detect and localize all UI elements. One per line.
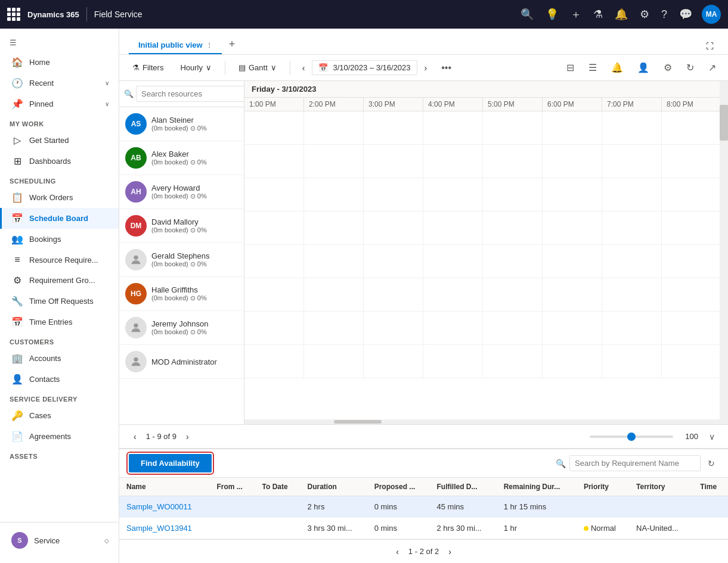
gantt-cell[interactable] [423, 245, 483, 278]
view-selector[interactable]: Hourly ∨ [174, 60, 218, 75]
gantt-cell[interactable] [543, 345, 602, 378]
gantt-cell[interactable] [244, 345, 304, 378]
sidebar-item-timeoffrequests[interactable]: 🔧 Time Off Requests [0, 291, 119, 312]
gantt-cell[interactable] [304, 245, 364, 278]
resource-item[interactable]: AB Alex Baker (0m booked) ⊙ 0% [119, 141, 244, 175]
tab-add-button[interactable]: + [224, 35, 240, 54]
gantt-cell[interactable] [423, 312, 483, 344]
filter-icon[interactable]: ⚗ [591, 5, 605, 23]
gantt-cell[interactable] [662, 178, 721, 211]
more-options-button[interactable]: ••• [436, 60, 456, 76]
bell-icon[interactable]: 🔔 [612, 5, 630, 23]
sidebar-item-service[interactable]: S Service ◇ [0, 527, 119, 553]
gantt-cell[interactable] [483, 278, 543, 311]
gantt-cell[interactable] [304, 312, 364, 344]
req-link[interactable]: Sample_WO00011 [126, 502, 192, 511]
table-header-cell[interactable]: Remaining Dur... [497, 478, 577, 496]
sidebar-item-timeentries[interactable]: 📅 Time Entries [0, 312, 119, 332]
table-header-cell[interactable]: To Date [255, 478, 301, 496]
sidebar-toggle[interactable]: ☰ [0, 33, 119, 52]
find-availability-button[interactable]: Find Availability [129, 454, 212, 472]
table-header-cell[interactable]: Duration [301, 478, 367, 496]
gantt-cell[interactable] [364, 278, 423, 311]
table-header-cell[interactable]: Territory [629, 478, 693, 496]
user-avatar[interactable]: MA [702, 5, 721, 24]
table-header-cell[interactable]: From ... [209, 478, 255, 496]
expand-panel-button[interactable]: ∨ [705, 430, 718, 444]
resource-item[interactable]: HG Halle Griffiths (0m booked) ⊙ 0% [119, 277, 244, 311]
gantt-cell[interactable] [602, 178, 662, 211]
table-header-cell[interactable]: Time [693, 478, 728, 496]
gantt-selector[interactable]: ▤ Gantt ∨ [233, 60, 283, 75]
gantt-cell[interactable] [244, 111, 304, 144]
gantt-cell[interactable] [364, 211, 423, 244]
resource-item[interactable]: Jeremy Johnson (0m booked) ⊙ 0% [119, 311, 244, 345]
help-icon[interactable]: ? [659, 6, 670, 23]
gantt-cell[interactable] [483, 111, 543, 144]
gantt-cell[interactable] [423, 111, 483, 144]
gantt-cell[interactable] [304, 278, 364, 311]
sidebar-item-contacts[interactable]: 👤 Contacts [0, 369, 119, 390]
settings-icon[interactable]: ⚙ [659, 59, 677, 76]
gantt-cell[interactable] [244, 145, 304, 178]
next-date-button[interactable]: › [420, 60, 432, 76]
date-range-display[interactable]: 📅 3/10/2023 – 3/16/2023 [312, 60, 417, 75]
gantt-cell[interactable] [244, 312, 304, 344]
search-icon[interactable]: 🔍 [518, 5, 536, 23]
gantt-cell[interactable] [364, 345, 423, 378]
sidebar-item-home[interactable]: 🏠 Home [0, 52, 119, 73]
tab-initial-public-view[interactable]: Initial public view ⋮ [129, 36, 222, 54]
zoom-slider[interactable] [590, 436, 673, 438]
sidebar-item-scheduleboard[interactable]: 📅 Schedule Board [0, 208, 119, 229]
gantt-right-scrollbar[interactable] [720, 81, 728, 424]
gantt-cell[interactable] [543, 312, 602, 344]
person-add-icon[interactable]: 👤 [633, 59, 654, 76]
gantt-cell[interactable] [543, 278, 602, 311]
chat-icon[interactable]: 💬 [677, 5, 695, 23]
board-view-icon[interactable]: ⊟ [562, 59, 579, 76]
sidebar-item-getstarted[interactable]: ▷ Get Started [0, 130, 119, 151]
sidebar-item-resourcerequire[interactable]: ≡ Resource Require... [0, 250, 119, 270]
list-view-icon[interactable]: ☰ [584, 59, 602, 76]
gantt-cell[interactable] [543, 145, 602, 178]
gantt-cell[interactable] [602, 345, 662, 378]
gantt-cell[interactable] [364, 145, 423, 178]
search-input[interactable] [136, 86, 244, 102]
sidebar-item-accounts[interactable]: 🏢 Accounts [0, 348, 119, 369]
gantt-cell[interactable] [423, 345, 483, 378]
gantt-cell[interactable] [483, 312, 543, 344]
gantt-cell[interactable] [543, 178, 602, 211]
gantt-cell[interactable] [364, 178, 423, 211]
resource-item[interactable]: DM David Mallory (0m booked) ⊙ 0% [119, 209, 244, 243]
gantt-cell[interactable] [423, 145, 483, 178]
lightbulb-icon[interactable]: 💡 [543, 5, 561, 23]
gantt-cell[interactable] [662, 278, 721, 311]
resource-item[interactable]: MOD Administrator [119, 345, 244, 379]
gantt-cell[interactable] [423, 211, 483, 244]
table-row[interactable]: Sample_WO000112 hrs0 mins45 mins1 hr 15 … [119, 496, 728, 518]
gantt-cell[interactable] [602, 312, 662, 344]
gantt-cell[interactable] [543, 245, 602, 278]
gantt-cell[interactable] [543, 211, 602, 244]
gantt-cell[interactable] [483, 145, 543, 178]
gantt-cell[interactable] [304, 178, 364, 211]
table-header-cell[interactable]: Fulfilled D... [430, 478, 497, 496]
gantt-cell[interactable] [364, 111, 423, 144]
add-icon[interactable]: ＋ [568, 5, 584, 24]
gantt-cell[interactable] [423, 278, 483, 311]
sidebar-item-agreements[interactable]: 📄 Agreements [0, 426, 119, 447]
resource-item[interactable]: AH Avery Howard (0m booked) ⊙ 0% [119, 175, 244, 209]
gantt-cell[interactable] [602, 111, 662, 144]
resource-item[interactable]: AS Alan Steiner (0m booked) ⊙ 0% [119, 107, 244, 141]
fullscreen-icon[interactable]: ⛶ [701, 38, 718, 54]
prev-page-button[interactable]: ‹ [129, 430, 141, 444]
bottom-refresh-button[interactable]: ↻ [704, 456, 718, 471]
gantt-scrollbar[interactable] [244, 419, 728, 424]
sidebar-item-workorders[interactable]: 📋 Work Orders [0, 187, 119, 208]
gantt-cell[interactable] [244, 245, 304, 278]
gantt-cell[interactable] [662, 312, 721, 344]
gantt-cell[interactable] [304, 345, 364, 378]
gantt-cell[interactable] [244, 178, 304, 211]
table-header-cell[interactable]: Priority [577, 478, 629, 496]
app-launcher-icon[interactable] [7, 8, 20, 21]
